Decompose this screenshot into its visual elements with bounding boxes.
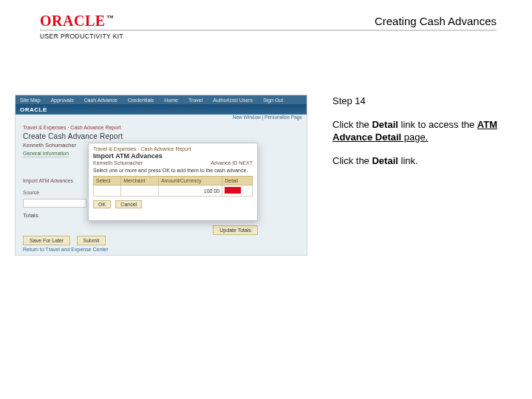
nav-item[interactable]: Travel xyxy=(188,98,202,103)
nav-bar: Site Map Approvals Cash Advance Credenti… xyxy=(16,95,307,104)
amount-cell: 100.00 xyxy=(158,185,222,197)
col-merchant: Merchant xyxy=(121,177,159,185)
instruction-line-1: Click the Detail link to access the ATM … xyxy=(332,118,517,144)
save-for-later-button[interactable]: Save For Later xyxy=(23,236,70,245)
app-screenshot: Site Map Approvals Cash Advance Credenti… xyxy=(15,95,307,256)
detail-link-highlight[interactable] xyxy=(225,187,241,194)
nav-item[interactable]: Sign Out xyxy=(263,98,283,103)
logo-text: ORACLE xyxy=(40,13,106,29)
import-atm-label: Import ATM Advances xyxy=(23,178,73,183)
return-link[interactable]: Return to Travel and Expense Center xyxy=(23,247,109,252)
atm-table: Select Merchant Amount/Currency Detail 1… xyxy=(93,176,253,197)
cancel-button[interactable]: Cancel xyxy=(115,200,142,208)
dialog-breadcrumb: Travel & Expenses · Cash Advance Report xyxy=(89,143,257,151)
submit-button[interactable]: Submit xyxy=(77,236,106,245)
brand-bar: ORACLE xyxy=(16,104,307,115)
ok-button[interactable]: OK xyxy=(93,200,111,208)
brand-text: ORACLE xyxy=(20,106,47,113)
col-select: Select xyxy=(94,177,121,185)
dialog-employee: Kenneth Schumacher xyxy=(93,160,143,166)
dialog-advance-id: Advance ID NEXT xyxy=(211,160,253,166)
breadcrumb: Travel & Expenses · Cash Advance Report xyxy=(23,125,120,130)
page-title: Create Cash Advance Report xyxy=(23,132,123,140)
dialog-instruction: Select one or more and press OK to add t… xyxy=(89,166,257,174)
import-atm-dialog: Travel & Expenses · Cash Advance Report … xyxy=(88,143,258,221)
upk-subtitle: USER PRODUCTIVITY KIT xyxy=(40,30,497,40)
select-cell[interactable] xyxy=(94,185,121,197)
sub-bar[interactable]: New Window | Personalize Page xyxy=(16,115,307,122)
col-amount: Amount/Currency xyxy=(158,177,222,185)
nav-item[interactable]: Approvals xyxy=(51,98,74,103)
source-label: Source xyxy=(23,190,39,195)
nav-item[interactable]: Authorized Users xyxy=(213,98,253,103)
merchant-cell xyxy=(121,185,159,197)
col-detail: Detail xyxy=(222,177,253,185)
update-totals-button[interactable]: Update Totals xyxy=(213,225,258,235)
step-label: Step 14 xyxy=(332,95,517,108)
detail-cell[interactable] xyxy=(222,185,253,197)
logo-tm: ™ xyxy=(107,14,115,21)
employee-name: Kenneth Schumacher xyxy=(23,142,76,149)
nav-item[interactable]: Home xyxy=(164,98,178,103)
nav-item[interactable]: Cash Advance xyxy=(84,98,117,103)
nav-item[interactable]: Credentials xyxy=(128,98,154,103)
nav-item[interactable]: Site Map xyxy=(20,98,41,103)
dialog-title: Import ATM Advances xyxy=(89,151,257,160)
instruction-panel: Step 14 Click the Detail link to access … xyxy=(332,95,517,177)
section-tab[interactable]: General Information xyxy=(23,151,69,157)
source-input[interactable] xyxy=(23,199,86,208)
doc-title: Creating Cash Advances xyxy=(375,15,497,27)
table-row: 100.00 xyxy=(94,185,253,197)
instruction-line-2: Click the Detail link. xyxy=(332,154,517,168)
totals-label: Totals xyxy=(23,212,38,219)
